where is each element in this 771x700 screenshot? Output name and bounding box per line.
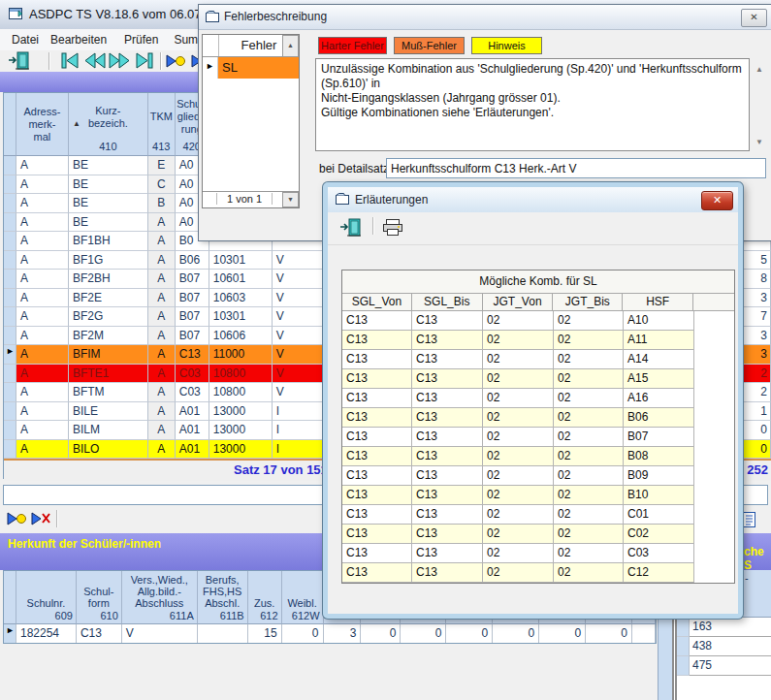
header-adressmerkmal[interactable]: Adress- merk- mal [16, 93, 69, 156]
table-row[interactable]: 475 [677, 656, 771, 676]
table-row[interactable]: C13C130202C03 [342, 544, 734, 563]
report-doc-icon[interactable] [743, 512, 756, 527]
scroll-up-icon[interactable]: ▲ [282, 35, 299, 57]
table-row[interactable]: C13C130202A11 [342, 331, 734, 350]
error-message-box[interactable]: Unzulässige Kombination aus 'Schulgliede… [315, 58, 750, 151]
cell-count: 2 [746, 365, 771, 384]
goto-error-icon[interactable] [165, 53, 186, 69]
table-row[interactable]: C13C130202B10 [342, 486, 734, 505]
table-row[interactable]: C13C130202B09 [342, 466, 734, 486]
app-window-icon [9, 8, 24, 20]
cell-kurzbezeich: BILE [69, 402, 148, 422]
lower-col-header[interactable]: Berufs, FHS,HS Abschl.611B [198, 571, 248, 624]
error-list-row[interactable]: ► SL [203, 57, 299, 79]
cell-adressmerkmal: A [16, 175, 69, 195]
cell-count: 8 [746, 270, 771, 289]
explain-toolbar [328, 212, 738, 245]
exit-icon[interactable] [338, 218, 364, 238]
combinations-col-header[interactable]: JGT_Von [483, 294, 554, 310]
lower-col-header[interactable]: Schulnr.609 [16, 571, 77, 624]
lower-col-header[interactable]: Weibl.612W [282, 571, 324, 624]
insert-record-icon[interactable] [6, 511, 27, 526]
combinations-col-header[interactable]: SGL_Bis [412, 294, 483, 310]
detail-field[interactable]: Herkunftsschulform C13 Herk.-Art V [386, 158, 766, 178]
nav-next-icon[interactable] [108, 51, 131, 71]
table-row[interactable]: ►182254C13V1503000000 [4, 624, 656, 643]
lower-cell: 0 [446, 624, 493, 643]
printer-icon[interactable] [382, 218, 403, 237]
combinations-cell: C13 [412, 408, 483, 428]
table-row[interactable]: 163 [677, 618, 771, 637]
menu-pruefen[interactable]: Prüfen [122, 31, 160, 48]
sort-asc-icon: ▲ [73, 119, 80, 128]
table-row[interactable]: C13C130202C01 [342, 505, 734, 525]
combinations-cell: 02 [554, 389, 624, 408]
nav-last-icon[interactable] [133, 51, 156, 71]
cell-tkm: A [148, 421, 176, 440]
combinations-cell: C13 [342, 369, 412, 389]
table-row[interactable]: C13C130202B06 [342, 408, 734, 428]
menu-bearbeiten[interactable]: Bearbeiten [48, 31, 109, 48]
combinations-cell: C13 [342, 447, 412, 466]
right-header-fragment: - [745, 572, 749, 584]
table-row[interactable]: C13C130202A15 [342, 369, 734, 389]
combinations-cell: C13 [342, 389, 412, 408]
cell-kurzbezeich: BF2M [69, 327, 148, 346]
cell-adressmerkmal: A [16, 156, 69, 175]
combinations-table: Mögliche Komb. für SL SGL_VonSGL_BisJGT_… [341, 270, 735, 584]
exit-icon[interactable] [7, 51, 32, 71]
menu-datei[interactable]: Datei [10, 31, 41, 48]
cell-schulgliederung: B07 [176, 289, 209, 308]
close-icon[interactable]: ✕ [741, 9, 767, 27]
row-selector [677, 656, 690, 676]
cell-kurzbezeich: BILO [69, 440, 148, 460]
table-row[interactable]: C13C130202C12 [342, 563, 734, 583]
combinations-cell: 02 [554, 408, 624, 428]
explain-window-titlebar: Erläuterungen ✕ [328, 187, 738, 213]
nav-prev-icon[interactable] [83, 51, 107, 71]
cell-col6: V [273, 383, 323, 402]
scroll-up-icon[interactable]: ▲ [755, 65, 763, 74]
cell-col5: 13000 [209, 421, 273, 440]
table-row[interactable]: C13C130202A10 [342, 311, 734, 331]
table-row[interactable]: 438 [677, 637, 771, 656]
cell-kurzbezeich: BF2E [69, 289, 148, 308]
cell-schulgliederung: B07 [176, 270, 209, 289]
cell-count: 3 [746, 289, 771, 308]
table-row[interactable]: C13C130202C02 [342, 525, 734, 544]
row-selector [4, 402, 16, 422]
lower-col-header[interactable]: Schul- form610 [77, 571, 122, 624]
cell-tkm: A [148, 270, 176, 289]
header-tkm[interactable]: TKM 413 [148, 93, 176, 156]
cell-kurzbezeich: BE [69, 175, 148, 195]
combinations-col-header[interactable]: JGT_Bis [553, 294, 623, 310]
row-selector [4, 365, 16, 384]
table-row[interactable]: C13C130202B07 [342, 428, 734, 447]
nav-first-icon[interactable] [58, 51, 81, 71]
delete-record-icon[interactable] [30, 511, 51, 526]
row-selector [4, 213, 16, 233]
combinations-col-header[interactable]: HSF [623, 294, 693, 310]
count-total: 252 [747, 462, 768, 477]
harter-fehler-button[interactable]: Harter Fehler [318, 37, 387, 54]
muss-fehler-button[interactable]: Muß-Fehler [394, 37, 465, 54]
combinations-cell: C13 [412, 505, 483, 525]
combinations-cell: 02 [483, 563, 554, 583]
header-kurzbezeich[interactable]: ▲ Kurz- bezeich. 410 [69, 93, 148, 156]
combinations-col-header[interactable]: SGL_Von [342, 294, 412, 310]
scroll-down-icon[interactable]: ▼ [755, 138, 763, 146]
combinations-cell: C13 [342, 466, 412, 486]
table-row[interactable]: C13C130202B08 [342, 447, 734, 466]
pager-dropdown-icon[interactable]: ▼ [282, 192, 299, 207]
combinations-cell: 02 [483, 311, 554, 331]
close-icon[interactable]: ✕ [701, 191, 733, 210]
cell-col5: 10301 [209, 251, 273, 270]
header-number: 609 [16, 610, 76, 623]
combinations-cell: 02 [554, 447, 624, 466]
lower-col-header[interactable]: Zus.612 [248, 571, 282, 624]
table-row[interactable]: C13C130202A16 [342, 389, 734, 408]
lower-col-header[interactable]: Vers.,Wied., Allg.bild.- Abschluss611A [122, 571, 198, 624]
table-row[interactable]: C13C130202A14 [342, 350, 734, 369]
cell-col6: V [273, 307, 323, 327]
hinweis-button[interactable]: Hinweis [471, 37, 542, 54]
